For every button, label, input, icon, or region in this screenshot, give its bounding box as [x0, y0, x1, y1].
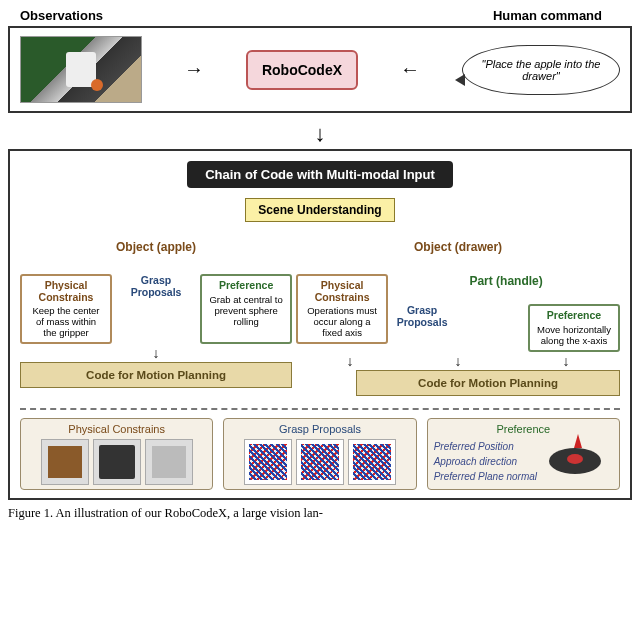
drawer-code-box: Code for Motion Planning: [356, 370, 620, 396]
crate-thumb: [145, 439, 193, 485]
top-panel: → RoboCodeX ← "Place the apple into the …: [8, 26, 632, 113]
grasp-thumb-2: [296, 439, 344, 485]
arrow-down-icon: ↓: [8, 121, 632, 147]
pref-item: Preferred Plane normal: [434, 469, 537, 484]
arrow-down-icon: ↓: [563, 354, 570, 368]
apple-code-box: Code for Motion Planning: [20, 362, 292, 388]
drawer-preference-box: Preference Move horizontally along the x…: [528, 304, 620, 352]
grasp-panel-title: Grasp Proposals: [230, 423, 409, 435]
apple-preference-title: Preference: [208, 280, 284, 292]
bottom-panels-row: Physical Constrains Grasp Proposals Pref…: [20, 418, 620, 490]
grasp-proposals-panel: Grasp Proposals: [223, 418, 416, 490]
drawer-physical-text: Operations must occur along a fixed axis: [304, 305, 380, 338]
pref-item: Approach direction: [434, 454, 537, 469]
arrow-down-icon: ↓: [347, 354, 354, 368]
physical-constrains-panel: Physical Constrains: [20, 418, 213, 490]
arrow-down-icon: ↓: [455, 354, 462, 368]
main-panel: Chain of Code with Multi-modal Input Sce…: [8, 149, 632, 500]
arrow-down-icon: ↓: [20, 346, 292, 360]
disc-illustration: [549, 448, 601, 474]
system-name-box: RoboCodeX: [246, 50, 358, 90]
apple-grasp-title: Grasp Proposals: [126, 274, 186, 298]
apple-physical-constrains-box: Physical Constrains Keep the center of m…: [20, 274, 112, 344]
apple-preference-box: Preference Grab at central to prevent sp…: [200, 274, 292, 344]
observations-label: Observations: [20, 8, 103, 23]
preference-panel-title: Preference: [434, 423, 613, 435]
box-thumb: [41, 439, 89, 485]
apple-preference-text: Grab at central to prevent sphere rollin…: [208, 294, 284, 327]
preference-panel: Preference Preferred Position Approach d…: [427, 418, 620, 490]
dashed-separator: [20, 408, 620, 410]
grasp-thumb-3: [348, 439, 396, 485]
drawer-physical-constrains-box: Physical Constrains Operations must occu…: [296, 274, 388, 344]
arrow-left-icon: ←: [400, 58, 420, 81]
physical-panel-title: Physical Constrains: [27, 423, 206, 435]
object-apple-label: Object (apple): [116, 240, 196, 254]
arrow-right-icon: →: [184, 58, 204, 81]
preference-list: Preferred Position Approach direction Pr…: [434, 439, 537, 484]
apple-physical-text: Keep the center of mass within the gripp…: [28, 305, 104, 338]
scene-understanding-box: Scene Understanding: [245, 198, 394, 222]
human-command-label: Human command: [493, 8, 602, 23]
apple-physical-title: Physical Constrains: [28, 280, 104, 303]
pref-item: Preferred Position: [434, 439, 537, 454]
object-drawer-label: Object (drawer): [414, 240, 502, 254]
part-handle-label: Part (handle): [469, 274, 542, 288]
grasp-thumb-1: [244, 439, 292, 485]
observation-image: [20, 36, 142, 103]
drawer-grasp-title: Grasp Proposals: [392, 304, 452, 328]
drawer-preference-title: Preference: [536, 310, 612, 322]
drawer-physical-title: Physical Constrains: [304, 280, 380, 303]
figure-caption: Figure 1. An illustration of our RoboCod…: [8, 506, 632, 521]
drawer-preference-text: Move horizontally along the x-axis: [536, 324, 612, 346]
chain-title: Chain of Code with Multi-modal Input: [187, 161, 453, 188]
human-command-speech: "Place the apple into the drawer": [462, 45, 620, 95]
bin-thumb: [93, 439, 141, 485]
